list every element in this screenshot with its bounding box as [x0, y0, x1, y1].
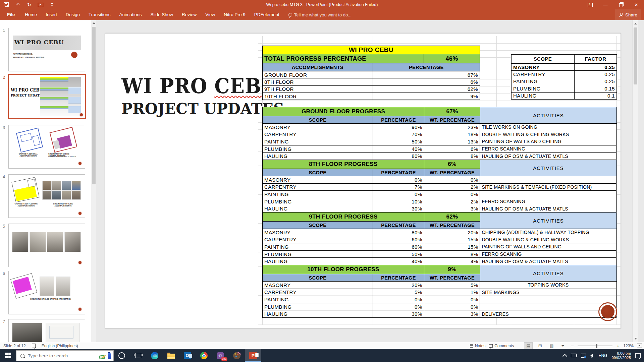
table-row: PAINTING0%0%	[263, 191, 616, 198]
scrollbar-thumb[interactable]	[92, 27, 96, 184]
chrome-icon[interactable]	[196, 349, 212, 362]
paint-icon[interactable]	[228, 349, 245, 362]
activity-cell: HAULING OF OSM & ACTUATE MATLS	[480, 205, 616, 213]
table-row: PLUMBING0.15	[512, 85, 617, 92]
scope-cell: CARPENTRY	[263, 289, 373, 296]
close-icon[interactable]: ✕	[629, 0, 644, 9]
slideshow-view-button[interactable]: ⏷	[559, 343, 567, 349]
summary-table[interactable]: WI PRO CEBUTOTAL PROGRESS PERCENTAGE46%A…	[262, 46, 480, 100]
tab-pdfelement[interactable]: PDFelement	[250, 9, 284, 20]
red-stamp[interactable]	[598, 302, 617, 321]
share-button[interactable]: Share	[615, 9, 641, 20]
restore-icon[interactable]	[613, 0, 629, 9]
summary-col-header: ACCOMPLISHMENTS	[263, 63, 373, 71]
scroll-up-icon[interactable]	[91, 20, 96, 25]
notification-badge: 454	[221, 357, 227, 361]
tab-review[interactable]: Review	[177, 9, 201, 20]
zoom-slider-thumb[interactable]	[596, 344, 597, 348]
action-center-icon[interactable]	[635, 353, 641, 358]
cortana-icon[interactable]	[113, 349, 130, 362]
tab-animations[interactable]: Animations	[115, 9, 146, 20]
factor-value-cell: 0.25	[575, 71, 617, 78]
tab-insert[interactable]: Insert	[41, 9, 61, 20]
share-person-icon	[619, 13, 623, 17]
stamp-icon	[78, 261, 82, 264]
pct-cell: 40%	[373, 258, 424, 265]
tab-design[interactable]: Design	[61, 9, 84, 20]
thumbnail-slide-5[interactable]	[8, 224, 85, 267]
floor-section-3[interactable]: 9TH FLOOR PROGRESS62%ACTIVITIESSCOPEPERC…	[262, 212, 616, 265]
tell-me-box[interactable]: Tell me what you want to do...	[288, 12, 352, 17]
battery-icon[interactable]	[571, 354, 577, 357]
wt-pct-cell: 20%	[424, 229, 480, 236]
comments-button[interactable]: Comments	[489, 342, 514, 349]
thumbnail-slide-2-selected[interactable]: WI PRO CEBU PROJECT UPDATES	[8, 74, 86, 119]
tab-file[interactable]: File	[1, 9, 20, 20]
tray-chevron-icon[interactable]	[562, 354, 567, 358]
table-row: MASONRY20%5%TOPPING WORKS	[263, 282, 616, 289]
thumb2-title1: WI PRO CEBU	[11, 88, 43, 93]
zoom-slider[interactable]	[578, 346, 612, 346]
factor-table[interactable]: SCOPEFACTORMASONRY0.25CARPENTRY0.25PAINT…	[511, 54, 617, 100]
tab-view[interactable]: View	[201, 9, 219, 20]
scrollbar-thumb[interactable]	[634, 27, 637, 84]
floor-pct-cell: 9%	[424, 265, 480, 274]
thumb4-caption2: GROUND FLOOR TILING ACCOMPLISHMENTS	[46, 203, 80, 207]
scroll-up-icon[interactable]	[633, 21, 638, 26]
file-explorer-icon[interactable]	[163, 349, 179, 362]
zoom-in-button[interactable]: +	[616, 343, 620, 349]
normal-view-button[interactable]: ▤	[524, 342, 533, 349]
floor-title-cell: GROUND FLOOR PROGRESS	[263, 107, 424, 116]
language-indicator[interactable]: ENG	[598, 353, 607, 358]
minimize-icon[interactable]: —	[598, 0, 613, 9]
notes-button[interactable]: Notes	[470, 342, 485, 349]
table-row: PAINTING0.25	[512, 78, 617, 85]
slide-title-text[interactable]: WI PRO CEBU PROJECT UPDATES	[121, 73, 262, 119]
slide-area-scrollbar[interactable]	[632, 20, 638, 342]
slide-2-editing-area[interactable]: WI PRO CEBU PROJECT UPDATES WI PRO CEBUT…	[105, 33, 621, 328]
share-label: Share	[625, 12, 637, 17]
tab-slide-show[interactable]: Slide Show	[146, 9, 177, 20]
windows-taskbar: O ✆ 454 P ENG 8:06 pm 09/02/2025	[0, 349, 644, 362]
network-icon[interactable]	[581, 354, 586, 358]
tab-home[interactable]: Home	[20, 9, 41, 20]
wt-pct-cell: 15%	[424, 243, 480, 251]
outlook-icon[interactable]: O	[179, 349, 196, 362]
ribbon-display-options-icon[interactable]	[582, 0, 598, 9]
thumbnail-slide-4[interactable]: GROUND FLOOR FLOORING ACCOMPLISHMENTS GR…	[8, 174, 85, 218]
taskbar-search[interactable]	[16, 350, 114, 361]
task-view-icon[interactable]	[130, 349, 146, 362]
viber-icon[interactable]: ✆ 454	[212, 349, 228, 362]
language-button[interactable]: English (Philippines)	[42, 342, 78, 349]
thumb3-caption2b: • Hanging and installation of supports	[48, 155, 80, 157]
fit-slide-to-window-icon[interactable]	[637, 344, 642, 348]
thumbnail-slide-7[interactable]	[8, 319, 85, 342]
scope-cell: PLUMBING	[263, 145, 373, 153]
thumbnail-slide-6[interactable]: GROUND FLOOR BLDG DRAFTING AT RECEPTION	[8, 271, 85, 314]
slide-canvas: WI PRO CEBU PROJECT UPDATES WI PRO CEBUT…	[96, 20, 638, 342]
floor-section-2[interactable]: 8TH FLOOR PROGRESS6%ACTIVITIESSCOPEPERCE…	[262, 160, 616, 213]
floor-section-1[interactable]: GROUND FLOOR PROGRESS67%ACTIVITIESSCOPEP…	[262, 107, 616, 160]
tab-transitions[interactable]: Transitions	[84, 9, 115, 20]
floor-section-4[interactable]: 10TH FLOOR PROGRESS9%ACTIVITIESSCOPEPERC…	[262, 265, 616, 318]
scroll-down-icon[interactable]	[633, 336, 638, 341]
factor-scope-cell: PLUMBING	[512, 85, 575, 92]
zoom-level[interactable]: 123%	[623, 342, 634, 349]
zoom-out-button[interactable]: −	[570, 343, 574, 349]
tab-nitro-pro-9[interactable]: Nitro Pro 9	[219, 9, 250, 20]
thumbnail-slide-3[interactable]: GROUND FLOOR WALL ACCOMPLISHMENTS GROUND…	[8, 125, 85, 169]
volume-icon[interactable]	[590, 354, 593, 357]
reading-view-button[interactable]: ▥	[547, 343, 555, 349]
spellcheck-icon[interactable]	[32, 342, 36, 349]
thumbnail-scrollbar[interactable]	[91, 20, 96, 342]
edge-icon[interactable]	[146, 349, 163, 362]
notes-icon	[470, 344, 473, 348]
search-input[interactable]	[27, 353, 92, 359]
clock[interactable]: 8:06 pm 09/02/2025	[611, 351, 631, 360]
powerpoint-taskbar-icon[interactable]: P	[245, 349, 261, 362]
wt-pct-cell: 13%	[424, 138, 480, 145]
start-button[interactable]	[0, 349, 16, 362]
slide-sorter-view-button[interactable]: ⊞	[536, 343, 544, 349]
thumbnail-slide-1[interactable]: WI PRO CEBU ACTUAT BUILDERS INC. REPORT …	[8, 28, 85, 71]
wt-pct-cell: 5%	[424, 282, 480, 289]
